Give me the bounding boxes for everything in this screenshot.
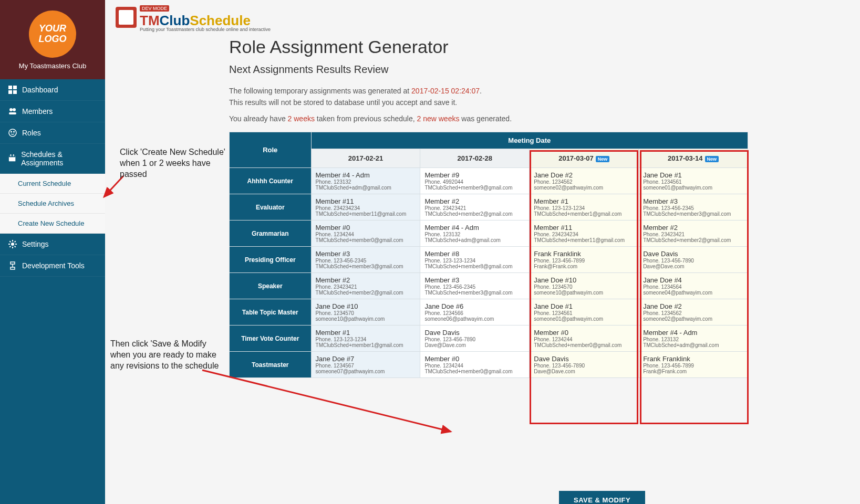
member-name: Member #4 - Adm — [424, 224, 525, 232]
member-phone: Phone. 1234564 — [643, 284, 743, 290]
sidebar-item-label: Roles — [22, 129, 41, 137]
member-email: TMClubSched+member11@gmail.com — [316, 211, 416, 217]
assignment-cell[interactable]: Member #0Phone. 1234244TMClubSched+membe… — [530, 326, 639, 352]
sidebar-item-roles[interactable]: Roles — [0, 122, 105, 144]
logo-text: YOUR LOGO — [29, 24, 76, 45]
member-phone: Phone. 123-123-1234 — [534, 205, 634, 211]
member-phone: Phone. 23423421 — [316, 284, 416, 290]
member-name: Jane Doe #4 — [643, 276, 743, 284]
member-email: someone01@pathwayim.com — [534, 316, 634, 322]
sidebar-item-schedules[interactable]: Schedules & Assignments — [0, 144, 105, 174]
member-name: Member #0 — [534, 329, 634, 337]
table-row: Timer Vote CounterMember #1Phone. 123-12… — [230, 326, 748, 352]
member-email: TMClubSched+member0@gmail.com — [316, 237, 416, 243]
date-column-header: 2017-03-14New — [639, 149, 748, 168]
sidebar-item-label: Dashboard — [22, 86, 58, 94]
sidebar-item-label: Current Schedule — [18, 180, 71, 187]
member-phone: Phone. 1234244 — [424, 363, 525, 369]
club-logo: YOUR LOGO — [29, 10, 76, 58]
table-row: SpeakerMember #2Phone. 23423421TMClubSch… — [230, 273, 748, 299]
assignment-cell[interactable]: Member #11Phone. 234234234TMClubSched+me… — [530, 220, 639, 247]
member-phone: Phone. 1234570 — [316, 310, 416, 316]
save-modify-button[interactable]: SAVE & MODIFY — [559, 491, 645, 504]
member-email: Dave@Dave.com — [534, 369, 634, 374]
svg-rect-11 — [9, 156, 15, 158]
assignment-cell[interactable]: Member #1Phone. 123-123-1234TMClubSched+… — [311, 326, 420, 352]
assignment-cell[interactable]: Jane Doe #2Phone. 1234562someone02@pathw… — [530, 168, 639, 194]
svg-rect-13 — [13, 154, 14, 156]
member-name: Member #2 — [316, 276, 416, 284]
date-column-header: 2017-03-07New — [530, 149, 639, 168]
assignment-cell[interactable]: Frank FranklinkPhone. 123-456-7899Frank@… — [639, 352, 748, 378]
assignment-cell[interactable]: Member #0Phone. 1234244TMClubSched+membe… — [311, 220, 420, 247]
role-name-cell: Timer Vote Counter — [230, 326, 312, 352]
people-icon — [8, 107, 17, 116]
svg-point-5 — [13, 108, 16, 111]
face-icon — [8, 129, 17, 137]
sidebar-sub-schedule-archives[interactable]: Schedule Archives — [0, 194, 105, 214]
member-name: Member #2 — [643, 224, 743, 232]
assignment-cell[interactable]: Member #11Phone. 234234234TMClubSched+me… — [311, 194, 420, 220]
sidebar-sub-create-new-schedule[interactable]: Create New Schedule — [0, 214, 105, 234]
sidebar-item-members[interactable]: Members — [0, 101, 105, 122]
assignment-cell[interactable]: Frank FranklinkPhone. 123-456-7899Frank@… — [530, 247, 639, 273]
member-email: TMClubSched+member3@gmail.com — [316, 264, 416, 269]
assignment-cell[interactable]: Member #3Phone. 123-456-2345TMClubSched+… — [420, 273, 530, 299]
assignment-cell[interactable]: Member #1Phone. 123-123-1234TMClubSched+… — [530, 194, 639, 220]
assignment-cell[interactable]: Jane Doe #10Phone. 1234570someone10@path… — [530, 273, 639, 299]
member-phone: Phone. 1234562 — [534, 179, 634, 185]
assignment-cell[interactable]: Jane Doe #1Phone. 1234561someone01@pathw… — [530, 299, 639, 326]
assignment-cell[interactable]: Member #4 - AdmPhone. 123132TMClubSched+… — [639, 326, 748, 352]
role-name-cell: Speaker — [230, 273, 312, 299]
assignment-cell[interactable]: Dave DavisPhone. 123-456-7890Dave@Dave.c… — [639, 247, 748, 273]
generated-timestamp: 2017-02-15 02:24:07 — [411, 87, 480, 95]
assignment-cell[interactable]: Dave DavisPhone. 123-456-7890Dave@Dave.c… — [420, 326, 530, 352]
assignment-cell[interactable]: Jane Doe #6Phone. 1234566someone06@pathw… — [420, 299, 530, 326]
assignment-cell[interactable]: Member #3Phone. 123-456-2345TMClubSched+… — [311, 247, 420, 273]
assignment-cell[interactable]: Jane Doe #4Phone. 1234564someone04@pathw… — [639, 273, 748, 299]
assignment-cell[interactable]: Member #2Phone. 23423421TMClubSched+memb… — [639, 220, 748, 247]
member-phone: Phone. 234234234 — [534, 232, 634, 237]
member-email: someone10@pathwayim.com — [534, 290, 634, 296]
assignment-cell[interactable]: Dave DavisPhone. 123-456-7890Dave@Dave.c… — [530, 352, 639, 378]
assignment-cell[interactable]: Jane Doe #7Phone. 1234567someone07@pathw… — [311, 352, 420, 378]
assignment-cell[interactable]: Member #2Phone. 23423421TMClubSched+memb… — [311, 273, 420, 299]
svg-rect-3 — [13, 90, 17, 94]
member-email: someone04@pathwayim.com — [643, 290, 743, 296]
assignment-cell[interactable]: Member #0Phone. 1234244TMClubSched+membe… — [420, 352, 530, 378]
meeting-date-header: Meeting Date — [311, 132, 748, 149]
member-phone: Phone. 123-456-7890 — [424, 337, 525, 342]
assignment-cell[interactable]: Member #2Phone. 23423421TMClubSched+memb… — [420, 194, 530, 220]
member-email: Dave@Dave.com — [424, 342, 525, 348]
table-row: Table Topic MasterJane Doe #10Phone. 123… — [230, 299, 748, 326]
assignment-cell[interactable]: Member #4 - AdmPhone. 123132TMClubSched+… — [420, 220, 530, 247]
sidebar-item-label: Members — [22, 107, 53, 116]
svg-point-4 — [9, 108, 13, 111]
member-name: Jane Doe #7 — [316, 355, 416, 363]
assignment-cell[interactable]: Member #8Phone. 123-123-1234TMClubSched+… — [420, 247, 530, 273]
member-email: TMClubSched+adm@gmail.com — [316, 185, 416, 191]
svg-rect-1 — [13, 86, 17, 89]
sidebar: YOUR LOGO My Toastmasters Club Dashboard… — [0, 0, 105, 504]
assignment-cell[interactable]: Jane Doe #2Phone. 1234562someone02@pathw… — [639, 299, 748, 326]
assignment-cell[interactable]: Jane Doe #1Phone. 1234561someone01@pathw… — [639, 168, 748, 194]
new-badge: New — [596, 156, 610, 162]
sidebar-item-dashboard[interactable]: Dashboard — [0, 79, 105, 101]
member-email: TMClubSched+member0@gmail.com — [534, 342, 634, 348]
member-name: Member #4 - Adm — [316, 171, 416, 179]
member-name: Jane Doe #10 — [534, 276, 634, 284]
assignment-cell[interactable]: Member #9Phone. 4992044TMClubSched+membe… — [420, 168, 530, 194]
svg-point-14 — [11, 243, 14, 246]
sidebar-item-settings[interactable]: Settings — [0, 234, 105, 255]
sidebar-item-dev-tools[interactable]: Development Tools — [0, 255, 105, 277]
member-email: Frank@Frank.com — [534, 264, 634, 269]
member-phone: Phone. 1234244 — [534, 337, 634, 342]
table-row: Presiding OfficerMember #3Phone. 123-456… — [230, 247, 748, 273]
assignment-cell[interactable]: Member #3Phone. 123-456-2345TMClubSched+… — [639, 194, 748, 220]
sidebar-sub-current-schedule[interactable]: Current Schedule — [0, 174, 105, 194]
member-name: Member #1 — [534, 197, 634, 205]
assignment-cell[interactable]: Member #4 - AdmPhone. 123132TMClubSched+… — [311, 168, 420, 194]
member-phone: Phone. 123132 — [316, 179, 416, 185]
assignment-cell[interactable]: Jane Doe #10Phone. 1234570someone10@path… — [311, 299, 420, 326]
member-phone: Phone. 123-123-1234 — [316, 337, 416, 342]
